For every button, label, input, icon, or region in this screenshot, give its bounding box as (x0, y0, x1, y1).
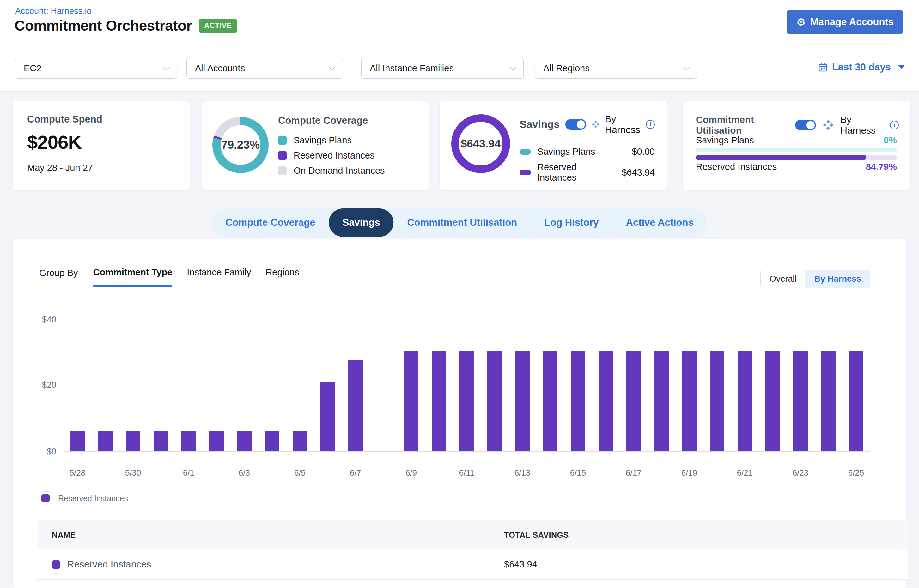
legend-checkbox[interactable] (39, 491, 52, 505)
savings-breakdown: Savings Plans$0.00 Reserved Instances$64… (520, 147, 655, 183)
accounts-select[interactable]: All Accounts (186, 58, 343, 79)
savings-by-harness-label: By Harness (605, 114, 640, 135)
bar (849, 351, 863, 451)
x-axis-label: 5/28 (63, 468, 91, 478)
tab[interactable]: Active Actions (613, 208, 707, 237)
view-toggle-by-harness[interactable]: By Harness (805, 270, 870, 288)
x-axis-label: 6/21 (731, 468, 759, 478)
bar (737, 351, 752, 451)
main-tabs: Compute CoverageSavingsCommitment Utilis… (212, 208, 707, 237)
savings-by-harness-toggle[interactable] (566, 119, 586, 130)
utilisation-sp-progressbar (696, 148, 897, 152)
tab[interactable]: Log History (531, 208, 612, 237)
coverage-percent: 79.23% (221, 138, 260, 152)
compute-coverage-title: Compute Coverage (278, 115, 419, 126)
savings-breakdown-row: Savings Plans$0.00 (520, 147, 655, 157)
accounts-select-value: All Accounts (195, 63, 245, 74)
bar (598, 351, 613, 451)
group-by-tab[interactable]: Instance Family (187, 267, 251, 287)
savings-bar-chart (63, 320, 870, 452)
x-axis-label: 6/15 (564, 468, 592, 478)
regions-select[interactable]: All Regions (535, 58, 697, 79)
chart-slot (370, 320, 397, 451)
bar (70, 431, 85, 451)
coverage-donut-chart: 79.23% (212, 117, 269, 173)
x-axis-label: 6/7 (342, 468, 370, 478)
legend-label: Reserved Instances (58, 494, 128, 503)
utilisation-sp-label: Savings Plans (696, 135, 754, 145)
tab[interactable]: Compute Coverage (212, 208, 329, 237)
table-row[interactable]: Reserved Instances $643.94 (37, 549, 908, 580)
bar (765, 351, 780, 451)
bar (265, 431, 279, 451)
utilisation-ri-label: Reserved Instances (696, 162, 777, 172)
harness-logo-icon (592, 118, 600, 131)
instance-families-select[interactable]: All Instance Families (361, 58, 524, 79)
x-axis-label: 6/23 (786, 468, 814, 478)
view-toggle: Overall By Harness (760, 270, 870, 288)
y-axis-tick: $20 (18, 380, 56, 390)
page-header: Account: Harness.io Commitment Orchestra… (0, 0, 919, 45)
savings-breakdown-row: Reserved Instances$643.94 (520, 162, 655, 183)
coverage-legend-item: On Demand Instances (278, 165, 419, 176)
compute-spend-value: $206K (27, 131, 175, 153)
service-select[interactable]: EC2 (15, 58, 177, 79)
coverage-legend: Savings Plans Reserved Instances On Dema… (278, 135, 419, 176)
chart-slot (648, 320, 675, 451)
info-icon[interactable]: i (890, 121, 899, 129)
bar (126, 431, 140, 451)
chart-slot (536, 320, 564, 451)
chart-slot (342, 320, 370, 451)
bar (98, 431, 112, 451)
y-axis-tick: $40 (18, 315, 56, 325)
x-axis-label: 5/30 (119, 468, 147, 478)
bar (459, 351, 474, 451)
view-toggle-overall[interactable]: Overall (761, 270, 806, 288)
coverage-legend-item: Savings Plans (278, 135, 419, 145)
manage-accounts-button[interactable]: ⚙ Manage Accounts (786, 10, 903, 34)
commitment-utilisation-card: Commitment Utilisation By Harness i Savi… (682, 101, 910, 190)
x-axis-label: 6/9 (397, 468, 425, 478)
x-axis-label (648, 468, 675, 478)
date-range-picker[interactable]: Last 30 days (818, 61, 904, 73)
tab[interactable]: Savings (329, 208, 394, 237)
bar (710, 351, 725, 451)
x-axis-label: 6/1 (175, 468, 203, 478)
group-by-tab[interactable]: Regions (266, 267, 299, 287)
row-color-chip (52, 560, 60, 569)
row-total-savings: $643.94 (504, 559, 908, 570)
account-breadcrumb-link[interactable]: Account: Harness.io (15, 6, 92, 16)
x-axis-label: 6/11 (453, 468, 481, 478)
chart-legend: Reserved Instances (39, 491, 128, 505)
instance-families-select-value: All Instance Families (370, 63, 454, 74)
caret-down-icon (898, 65, 904, 69)
utilisation-by-harness-toggle[interactable] (795, 120, 816, 131)
filter-bar: EC2 All Accounts All Instance Families A… (0, 45, 919, 92)
chart-slot (564, 320, 592, 451)
x-axis-label: 6/13 (509, 468, 536, 478)
chart-slot (258, 320, 286, 451)
chart-slot (731, 320, 759, 451)
chart-slot (147, 320, 175, 451)
bar (209, 431, 224, 451)
x-axis-label (258, 468, 286, 478)
tab[interactable]: Commitment Utilisation (394, 208, 531, 237)
chevron-down-icon (329, 64, 335, 70)
x-axis-label: 6/3 (230, 468, 258, 478)
x-axis-label: 6/5 (286, 468, 314, 478)
info-icon[interactable]: i (646, 120, 655, 129)
x-axis-label: 6/25 (842, 468, 870, 478)
bar (571, 351, 585, 451)
savings-total: $643.94 (461, 137, 501, 150)
bar (682, 351, 697, 451)
chart-slot (703, 320, 731, 451)
bar (821, 351, 836, 451)
group-by-label: Group By (39, 267, 78, 278)
bar (154, 431, 168, 451)
chart-slot (592, 320, 620, 451)
table-header: NAME TOTAL SAVINGS (37, 520, 908, 549)
group-by-tab[interactable]: Commitment Type (93, 267, 173, 287)
utilisation-by-harness-label: By Harness (840, 114, 883, 136)
bar (182, 431, 196, 451)
commitment-utilisation-title: Commitment Utilisation (696, 114, 788, 136)
